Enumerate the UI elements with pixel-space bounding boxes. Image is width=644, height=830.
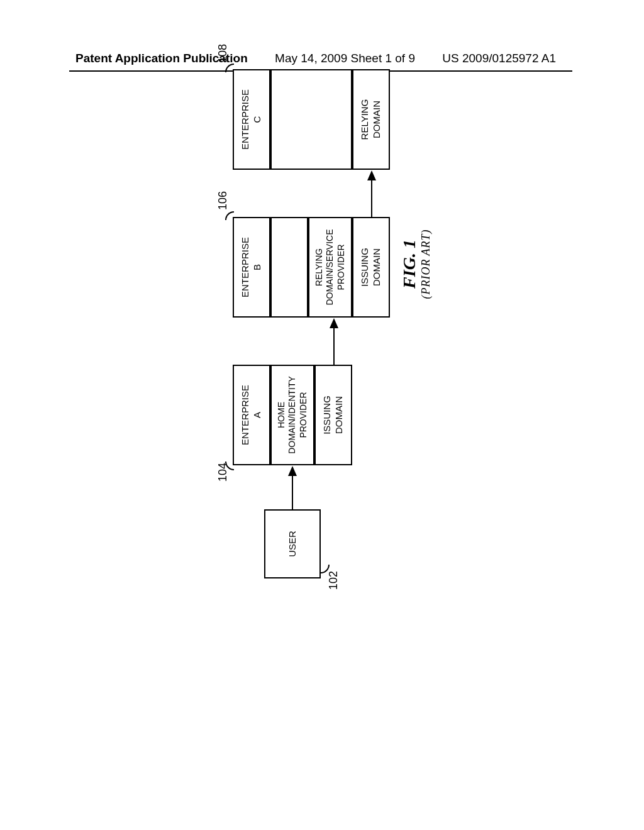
enterprise-b-relying-box: RELYING DOMAIN/SERVICE PROVIDER (308, 217, 352, 318)
doc-number: US 2009/0125972 A1 (442, 52, 556, 65)
ref-108: 108 (216, 44, 230, 63)
date-sheet: May 14, 2009 Sheet 1 of 9 (275, 52, 415, 65)
arrow-b-to-c (371, 179, 372, 217)
enterprise-c-box: ENTERPRISE C (233, 69, 270, 170)
enterprise-b-box: ENTERPRISE B (233, 217, 270, 318)
arrow-a-to-b-head (330, 318, 338, 328)
user-box: USER (264, 509, 321, 578)
arrow-user-to-a (292, 475, 293, 509)
figure-1-diagram: USER 102 ENTERPRISE A HOME DOMAIN/IDENTI… (101, 132, 541, 509)
leader-106 (225, 211, 234, 220)
ref-102: 102 (327, 571, 340, 590)
enterprise-a-issuing-box: ISSUING DOMAIN (314, 365, 352, 465)
enterprise-c-spacer (270, 69, 352, 170)
enterprise-a-box: ENTERPRISE A (233, 365, 270, 465)
header: Patent Application Publication May 14, 2… (0, 52, 644, 65)
enterprise-c-relying-box: RELYING DOMAIN (352, 69, 390, 170)
enterprise-b-spacer (270, 217, 308, 318)
enterprise-b-issuing-box: ISSUING DOMAIN (352, 217, 390, 318)
figure-label: FIG. 1 (399, 226, 419, 302)
figure-caption: FIG. 1 (PRIOR ART) (399, 226, 433, 302)
enterprise-a-home-box: HOME DOMAIN/IDENTITY PROVIDER (270, 365, 314, 465)
arrow-a-to-b (333, 327, 335, 365)
ref-106: 106 (216, 191, 230, 210)
arrow-b-to-c-head (367, 170, 376, 180)
arrow-user-to-a-head (288, 466, 297, 476)
prior-art-label: (PRIOR ART) (419, 226, 433, 302)
